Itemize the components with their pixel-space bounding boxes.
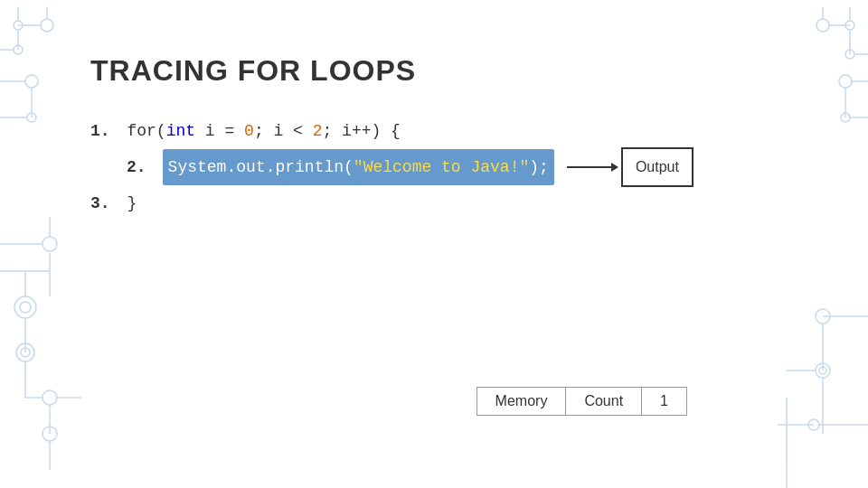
svg-point-49 bbox=[819, 367, 826, 374]
code-block: 1. for(int i = 0; i < 2; i++) { 2. Syste… bbox=[90, 115, 796, 220]
code-int-keyword: int bbox=[166, 122, 195, 140]
code-line1-rest: i = bbox=[195, 122, 244, 140]
memory-table-container: Memory Count 1 bbox=[476, 387, 687, 416]
svg-point-14 bbox=[20, 302, 31, 313]
code-closing-brace: } bbox=[127, 194, 137, 212]
svg-point-18 bbox=[21, 348, 30, 357]
code-line-2: 2. System.out.println("Welcome to Java!"… bbox=[127, 147, 796, 187]
svg-point-17 bbox=[16, 343, 34, 361]
output-arrow bbox=[567, 166, 612, 168]
line3-number: 3. bbox=[90, 194, 110, 212]
code-for-keyword: for( bbox=[127, 122, 165, 140]
main-content: TRACING FOR LOOPS 1. for(int i = 0; i < … bbox=[0, 0, 868, 256]
highlighted-statement: System.out.println("Welcome to Java!"); bbox=[163, 149, 554, 185]
code-end: ; i++) { bbox=[323, 122, 401, 140]
svg-point-46 bbox=[816, 309, 830, 324]
code-semicolons: ; i < bbox=[254, 122, 313, 140]
memory-label2: Count bbox=[566, 388, 642, 416]
code-two: 2 bbox=[313, 122, 323, 140]
memory-label-row: Memory Count 1 bbox=[476, 388, 686, 416]
page-title: TRACING FOR LOOPS bbox=[90, 54, 796, 88]
line1-number: 1. bbox=[90, 122, 110, 140]
svg-point-54 bbox=[808, 419, 819, 430]
output-label: Output bbox=[621, 147, 693, 187]
code-line-1: 1. for(int i = 0; i < 2; i++) { bbox=[90, 115, 796, 147]
svg-point-24 bbox=[42, 427, 57, 441]
memory-label1: Memory bbox=[476, 388, 566, 416]
line2-number: 2. bbox=[127, 151, 146, 183]
svg-point-48 bbox=[816, 363, 830, 378]
code-zero: 0 bbox=[244, 122, 254, 140]
memory-value: 1 bbox=[642, 388, 687, 416]
code-line-3: 3. } bbox=[90, 187, 796, 220]
svg-point-20 bbox=[42, 390, 57, 405]
memory-table: Memory Count 1 bbox=[476, 387, 687, 416]
svg-point-13 bbox=[14, 296, 36, 318]
